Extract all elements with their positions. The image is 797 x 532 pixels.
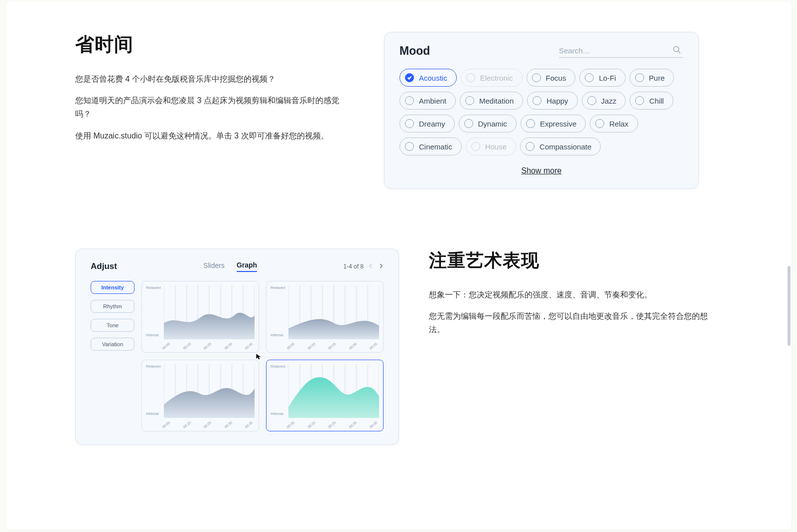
side-chip-intensity[interactable]: Intensity bbox=[91, 281, 134, 294]
mood-card: Mood Search… AcousticElectronicFocusLo-F… bbox=[384, 32, 699, 189]
section1-p2: 您知道明天的产品演示会和您凌晨 3 点起床为视频剪辑和编辑音乐时的感觉吗？ bbox=[75, 94, 354, 121]
side-chip-tone[interactable]: Tone bbox=[91, 319, 134, 332]
adjust-card: Adjust Sliders Graph 1-4 of 8 IntensityR… bbox=[75, 249, 399, 445]
radio-dot bbox=[465, 96, 474, 105]
mood-chip-relax[interactable]: Relax bbox=[590, 115, 638, 133]
mood-chip-electronic: Electronic bbox=[461, 69, 523, 87]
svg-point-0 bbox=[673, 46, 679, 52]
graph-label-intense: Intense bbox=[270, 333, 283, 337]
radio-dot bbox=[471, 142, 480, 151]
graph-panel-4[interactable]: RelaxedIntense00:0500:1500:2500:3500:45 bbox=[141, 281, 259, 353]
section1-heading: 省时间 bbox=[75, 32, 354, 57]
search-icon bbox=[672, 45, 681, 56]
mood-chip-label: Pure bbox=[649, 74, 665, 82]
radio-dot bbox=[405, 96, 414, 105]
graph-plot bbox=[288, 364, 379, 418]
graph-panel-2[interactable]: RelaxedIntense00:0500:1500:2500:3500:45 bbox=[141, 360, 259, 431]
mood-chip-label: Focus bbox=[546, 74, 566, 82]
radio-dot bbox=[587, 96, 596, 105]
graph-axis: 00:0500:1500:2500:3500:45 bbox=[164, 425, 256, 429]
graph-axis: 00:0500:1500:2500:3500:45 bbox=[288, 347, 380, 350]
mood-chip-label: Meditation bbox=[479, 97, 514, 105]
graph-label-relaxed: Relaxed bbox=[270, 364, 285, 369]
side-chip-rhythm[interactable]: Rhythm bbox=[91, 300, 134, 313]
mood-chip-dreamy[interactable]: Dreamy bbox=[399, 115, 455, 133]
mood-chip-label: Dynamic bbox=[478, 120, 507, 128]
section1-p3: 使用 Muzaic.studio 可以避免这种情况。单击 3 次即可准备好您的视… bbox=[75, 129, 354, 142]
radio-dot bbox=[585, 73, 594, 82]
side-chip-variation[interactable]: Variation bbox=[91, 338, 134, 351]
mood-chip-label: Expressive bbox=[540, 120, 576, 128]
search-placeholder: Search… bbox=[559, 46, 590, 55]
mood-chip-label: Ambient bbox=[419, 97, 446, 105]
graph-label-relaxed: Relaxed bbox=[146, 364, 160, 369]
graph-label-intense: Intense bbox=[146, 411, 159, 416]
mood-chip-label: Jazz bbox=[601, 97, 617, 105]
mood-chip-compassionate[interactable]: Compassionate bbox=[520, 137, 601, 155]
radio-dot bbox=[526, 142, 534, 151]
section2-heading: 注重艺术表现 bbox=[429, 249, 708, 273]
pager-prev-button[interactable] bbox=[369, 263, 374, 270]
mood-search-input[interactable]: Search… bbox=[559, 44, 683, 58]
mood-chip-label: Chill bbox=[649, 97, 664, 105]
mood-chip-pure[interactable]: Pure bbox=[630, 69, 674, 87]
mood-chip-jazz[interactable]: Jazz bbox=[582, 92, 626, 110]
graph-axis: 00:0500:1500:2500:3500:45 bbox=[288, 425, 380, 429]
graph-plot bbox=[164, 285, 255, 339]
pager-next-button[interactable] bbox=[379, 263, 384, 270]
graph-panel-1[interactable]: RelaxedIntense00:0500:1500:2500:3500:45 bbox=[266, 360, 384, 431]
graph-label-relaxed: Relaxed bbox=[270, 285, 285, 290]
mood-chip-label: Lo-Fi bbox=[599, 74, 616, 82]
radio-dot bbox=[526, 119, 535, 128]
radio-dot bbox=[464, 119, 473, 128]
radio-dot bbox=[595, 119, 604, 128]
mood-chip-dynamic[interactable]: Dynamic bbox=[459, 115, 517, 133]
mood-chip-chill[interactable]: Chill bbox=[630, 92, 673, 110]
mood-chip-label: Relax bbox=[609, 120, 628, 128]
mood-chip-meditation[interactable]: Meditation bbox=[460, 92, 523, 110]
radio-dot bbox=[405, 73, 414, 82]
section2-p2: 您无需为编辑每一段配乐而苦恼，您可以自由地更改音乐，使其完全符合您的想法。 bbox=[429, 309, 708, 336]
radio-dot bbox=[466, 73, 475, 82]
mood-chip-acoustic[interactable]: Acoustic bbox=[399, 69, 457, 87]
radio-dot bbox=[405, 142, 414, 151]
adjust-title: Adjust bbox=[91, 262, 117, 271]
mood-chip-cinematic[interactable]: Cinematic bbox=[399, 137, 462, 155]
mood-title: Mood bbox=[399, 44, 430, 58]
graph-plot bbox=[288, 285, 379, 339]
radio-dot bbox=[635, 73, 644, 82]
mood-chip-happy[interactable]: Happy bbox=[527, 92, 577, 110]
graph-label-intense: Intense bbox=[270, 411, 283, 416]
radio-dot bbox=[405, 119, 414, 128]
mood-chip-label: Compassionate bbox=[539, 142, 591, 151]
mood-chip-ambient[interactable]: Ambient bbox=[399, 92, 456, 110]
svg-line-1 bbox=[678, 51, 680, 53]
mood-chip-label: Cinematic bbox=[419, 142, 452, 151]
mood-chip-label: Acoustic bbox=[419, 74, 447, 82]
graph-axis: 00:0500:1500:2500:3500:45 bbox=[164, 347, 256, 350]
show-more-link[interactable]: Show more bbox=[522, 166, 562, 175]
mood-chip-label: Electronic bbox=[480, 74, 513, 82]
section1-p1: 您是否曾花费 4 个小时在免版税音乐库中挖掘您的视频？ bbox=[75, 72, 354, 86]
graph-panel-3[interactable]: RelaxedIntense00:0500:1500:2500:3500:45 bbox=[266, 281, 384, 353]
tab-graph[interactable]: Graph bbox=[237, 261, 257, 272]
pager-text: 1-4 of 8 bbox=[343, 263, 364, 270]
mood-chip-focus[interactable]: Focus bbox=[527, 69, 576, 87]
mood-chip-house: House bbox=[466, 137, 516, 155]
tab-sliders[interactable]: Sliders bbox=[203, 262, 225, 271]
section2-p1: 想象一下：您决定视频配乐的强度、速度、音调、节奏和变化。 bbox=[429, 288, 708, 301]
scrollbar-thumb[interactable] bbox=[788, 266, 791, 346]
graph-plot bbox=[164, 364, 255, 418]
mood-chip-label: Dreamy bbox=[419, 120, 445, 128]
radio-dot bbox=[532, 96, 541, 105]
mood-chip-expressive[interactable]: Expressive bbox=[521, 115, 586, 133]
graph-label-intense: Intense bbox=[146, 333, 159, 337]
radio-dot bbox=[532, 73, 541, 82]
radio-dot bbox=[635, 96, 644, 105]
mood-chip-lo-fi[interactable]: Lo-Fi bbox=[579, 69, 625, 87]
cursor-pointer-icon bbox=[256, 353, 263, 360]
mood-chip-label: Happy bbox=[546, 97, 568, 105]
mood-chip-label: House bbox=[485, 142, 507, 151]
graph-label-relaxed: Relaxed bbox=[146, 285, 160, 290]
